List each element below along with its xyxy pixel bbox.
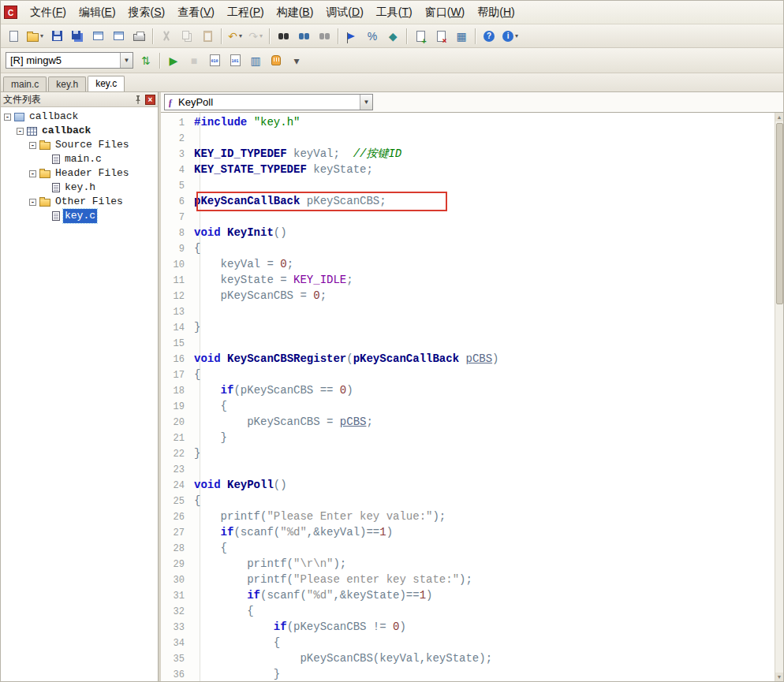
save-all-button[interactable] [68,27,87,46]
menu-item-help[interactable]: 帮助(H) [471,3,521,22]
about-button[interactable]: i▾ [500,27,521,46]
tree-item-other-files[interactable]: -Other Files [1,195,158,209]
doc-tab-key-c[interactable]: key.c [88,76,125,91]
code-text: keyState = KEY_IDLE; [194,274,353,286]
tree-item-callback[interactable]: -callback [1,110,158,124]
tree-item-callback[interactable]: -callback [1,124,158,138]
build-file-button[interactable]: ▥ [246,51,265,70]
tree-expand-icon[interactable]: - [29,199,36,206]
file-list-title: 文件列表 [3,93,130,106]
close-window-button[interactable] [88,27,107,46]
tree-expand-icon[interactable]: - [17,128,24,135]
code-text: printf("Please Enter key value:"); [194,510,446,523]
new-file-button[interactable] [4,27,23,46]
toolbar-separator [338,28,338,44]
more-build-actions-icon: ▾ [293,54,299,67]
tree-item-source-files[interactable]: -Source Files [1,138,158,152]
line-number: 8 [161,225,194,241]
close-window-icon [93,32,103,40]
find-icon [278,33,283,39]
tree-expand-icon[interactable]: - [29,142,36,149]
chevron-down-icon[interactable]: ▼ [120,53,133,68]
comment-button[interactable]: % [363,27,382,46]
close-icon[interactable]: × [145,95,155,105]
tree-item-header-files[interactable]: -Header Files [1,166,158,181]
function-icon: ƒ [168,97,173,108]
code-text: { [194,400,227,412]
goto-line-button[interactable]: ◆ [383,27,402,46]
workspace-icon [14,113,24,121]
dropdown-caret-icon[interactable]: ▾ [515,32,518,39]
find-replace-button[interactable] [315,27,334,46]
find-button[interactable] [274,27,293,46]
scroll-down-icon[interactable]: ▼ [775,673,783,681]
remove-file-button[interactable] [431,27,450,46]
tree-expand-icon[interactable]: - [29,170,36,177]
code-text: KEY_STATE_TYPEDEF keyState; [194,163,373,176]
tree-item-key-h[interactable]: key.h [1,181,158,195]
toggle-bookmark-button[interactable] [342,27,361,46]
build-config-combobox[interactable]: [R] mingw5 ▼ [6,52,133,69]
code-text: } [194,447,200,460]
code-line: 19 { [161,398,774,414]
scroll-up-icon[interactable]: ▲ [775,113,783,121]
line-number: 5 [161,178,194,194]
function-navigator-bar: ƒ KeyPoll ▼ [161,92,783,113]
menu-item-view[interactable]: 查看(V) [171,3,221,22]
undo-button[interactable]: ↶▾ [226,27,245,46]
line-number: 16 [161,352,194,367]
document-tab-bar: main.ckey.hkey.c [1,73,783,92]
tree-item-label: Other Files [54,195,125,209]
vertical-scrollbar[interactable]: ▲ ▼ [775,113,783,681]
open-file-button[interactable]: ▾ [24,27,46,46]
menu-item-search[interactable]: 搜索(S) [122,3,172,22]
more-build-actions-button[interactable]: ▾ [287,51,306,70]
export-icon: ▦ [456,30,466,43]
code-text: { [194,605,254,617]
tree-item-main-c[interactable]: main.c [1,152,158,166]
save-button[interactable] [47,27,66,46]
menu-item-file[interactable]: 文件(F) [24,3,73,22]
menu-item-project[interactable]: 工程(P) [221,3,271,22]
help-button[interactable]: ? [480,27,498,46]
dropdown-caret-icon[interactable]: ▾ [40,32,43,39]
toggle-bookmark-icon [348,33,355,39]
dropdown-caret-icon[interactable]: ▾ [259,32,263,39]
code-text: pKeyScanCBS(keyVal,keyState); [194,652,492,665]
scrollbar-thumb[interactable] [776,123,783,304]
menu-item-tools[interactable]: 工具(T) [370,3,419,22]
step-over-button[interactable]: 010 [205,51,224,70]
doc-tab-key-h[interactable]: key.h [48,76,86,91]
pin-icon[interactable] [133,95,143,105]
goto-line-icon: ◆ [389,30,398,43]
menu-item-debug[interactable]: 调试(D) [319,3,369,22]
print-button[interactable] [129,27,148,46]
menu-item-build[interactable]: 构建(B) [271,3,320,22]
doc-tab-main-c[interactable]: main.c [3,76,47,91]
code-line: 5 [161,177,774,193]
line-number: 18 [161,383,194,399]
close-all-windows-button[interactable] [109,27,128,46]
code-line: 28 { [161,540,774,556]
line-number: 36 [161,667,194,681]
dropdown-caret-icon[interactable]: ▾ [239,32,242,39]
code-area[interactable]: 1#include "key.h"23KEY_ID_TYPEDEF keyVal… [161,113,783,681]
code-text: printf("\r\n"); [194,557,346,570]
run-button[interactable]: ▶ [164,51,183,70]
step-into-button[interactable]: 101 [226,51,245,70]
switch-build-target-button[interactable]: ⇅ [136,51,155,70]
pause-button[interactable] [267,51,286,70]
tree-expand-icon[interactable]: - [4,114,11,121]
menu-item-window[interactable]: 窗口(W) [419,3,472,22]
function-selector-combobox[interactable]: ƒ KeyPoll ▼ [164,94,373,110]
doc-icon [52,155,60,164]
code-line: 15 [161,335,774,351]
menu-item-edit[interactable]: 编辑(E) [73,3,122,22]
tree-item-key-c[interactable]: key.c [1,209,158,223]
tree-item-label: main.c [63,152,103,166]
find-in-files-button[interactable] [294,27,313,46]
chevron-down-icon[interactable]: ▼ [360,95,372,110]
export-button[interactable]: ▦ [452,27,471,46]
add-file-button[interactable] [411,27,430,46]
code-text: if(scanf("%d",&keyState)==1) [194,589,432,602]
